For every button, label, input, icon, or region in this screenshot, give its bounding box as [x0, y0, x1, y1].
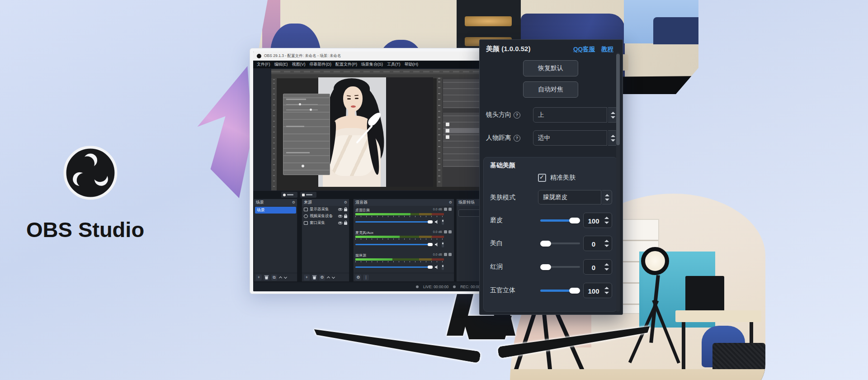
art-shape: [355, 98, 359, 99]
slider-handle[interactable]: [569, 218, 580, 223]
slider-track[interactable]: [550, 242, 580, 244]
balance-control[interactable]: [442, 219, 444, 225]
sources-dock: 来源 ⚙ 显示器采集 视频采集设备: [302, 199, 349, 282]
lens-direction-select[interactable]: 上: [533, 107, 607, 123]
settings-icon[interactable]: [448, 230, 452, 233]
volume-track[interactable]: [355, 266, 432, 268]
menu-file[interactable]: 文件(F): [257, 62, 270, 67]
tutorial-link[interactable]: 教程: [601, 45, 613, 53]
help-icon[interactable]: ?: [514, 135, 520, 142]
menu-view[interactable]: 视图(V): [292, 62, 306, 67]
mute-icon[interactable]: [444, 230, 447, 233]
gear-icon[interactable]: ⚙: [449, 200, 452, 204]
gear-icon[interactable]: ⚙: [344, 200, 347, 204]
scene-item-selected[interactable]: 场景: [255, 207, 296, 214]
whitening-slider[interactable]: [540, 240, 580, 247]
lock-icon[interactable]: [344, 215, 347, 218]
remove-source-button[interactable]: [311, 275, 317, 280]
value-stepper[interactable]: [604, 236, 610, 252]
mixer-channels: 桌面音频 0.0 dB 麦克风/Aux: [354, 206, 454, 273]
chevron-down-icon: [611, 116, 615, 119]
subject-distance-label: 人物距离 ?: [486, 130, 520, 146]
balance-control[interactable]: [442, 242, 444, 247]
speaker-icon[interactable]: [435, 265, 439, 269]
volume-slider[interactable]: [355, 265, 444, 269]
move-up-button[interactable]: [279, 276, 282, 279]
move-down-button[interactable]: [332, 276, 335, 279]
scenes-dock-header: 场景 ⚙: [254, 199, 297, 206]
chevron-up-icon: [604, 240, 609, 242]
mute-icon[interactable]: [444, 208, 447, 211]
speaker-icon[interactable]: [435, 220, 439, 224]
mute-icon[interactable]: [444, 253, 447, 256]
skin-mode-select[interactable]: 朦胧磨皮: [538, 190, 601, 204]
lock-icon[interactable]: [344, 222, 347, 225]
source-item[interactable]: 显示器采集: [302, 206, 349, 213]
visibility-eye-icon[interactable]: [338, 208, 342, 211]
meter-ticks: [355, 216, 444, 217]
panel-scrollbar: [616, 52, 620, 312]
subject-distance-select[interactable]: 适中: [533, 130, 607, 146]
smooth-skin-slider[interactable]: [540, 217, 580, 223]
menu-edit[interactable]: 编辑(E): [274, 62, 288, 67]
visibility-eye-icon[interactable]: [338, 215, 342, 218]
precise-skin-checkbox[interactable]: [538, 174, 546, 182]
face-contour-slider[interactable]: [540, 287, 580, 294]
slider-track[interactable]: [550, 266, 580, 268]
scenes-list: 场景: [254, 206, 297, 273]
volume-handle[interactable]: [428, 220, 433, 223]
value-stepper[interactable]: [604, 283, 610, 299]
slider-handle[interactable]: [540, 264, 551, 270]
value-stepper[interactable]: [604, 260, 610, 275]
gear-icon[interactable]: ⚙: [292, 200, 295, 204]
volume-handle[interactable]: [428, 243, 433, 246]
menu-help[interactable]: 帮助(H): [405, 62, 419, 67]
mixer-menu-button[interactable]: ⋮: [363, 275, 369, 280]
slider-handle[interactable]: [569, 288, 580, 294]
volume-slider[interactable]: [355, 219, 444, 224]
value-stepper[interactable]: [604, 213, 610, 228]
source-properties-button[interactable]: ⚙: [319, 275, 325, 280]
source-item[interactable]: 窗口采集: [302, 219, 349, 226]
volume-track[interactable]: [355, 244, 432, 245]
select-stepper[interactable]: [602, 190, 612, 204]
scrollbar-thumb[interactable]: [616, 54, 620, 145]
chevron-up-icon: [604, 287, 609, 289]
volume-track[interactable]: [355, 221, 432, 223]
lock-icon[interactable]: [344, 209, 347, 211]
menu-scene-collection[interactable]: 场景集合(S): [361, 62, 383, 67]
qq-support-link[interactable]: QQ客服: [573, 45, 595, 53]
move-up-button[interactable]: [327, 276, 330, 279]
balance-control[interactable]: [442, 264, 444, 270]
add-scene-button[interactable]: +: [256, 275, 262, 280]
scenes-dock-title: 场景: [256, 200, 264, 205]
plugin-chip-2[interactable]: [300, 192, 316, 198]
remove-scene-button[interactable]: [264, 275, 269, 280]
volume-handle[interactable]: [428, 266, 433, 269]
mixer-config-button[interactable]: ⚙: [355, 275, 361, 280]
label-bar: [306, 194, 312, 195]
label-text: 美肤模式: [490, 194, 515, 202]
menu-profile[interactable]: 配置文件(P): [335, 62, 357, 67]
speaker-icon[interactable]: [435, 242, 439, 247]
source-item[interactable]: 视频采集设备: [302, 213, 349, 219]
duplicate-scene-button[interactable]: ⧉: [271, 275, 277, 280]
settings-icon[interactable]: [448, 208, 452, 211]
volume-slider[interactable]: [355, 242, 444, 247]
art-shape: [437, 77, 442, 187]
rosy-slider[interactable]: [540, 264, 580, 270]
settings-icon[interactable]: [448, 253, 452, 256]
move-down-button[interactable]: [284, 276, 287, 279]
lens-direction-row: 镜头方向 ? 上: [480, 107, 623, 123]
add-source-button[interactable]: +: [304, 275, 310, 280]
smooth-skin-label: 磨皮: [490, 213, 503, 228]
group-title: 基础美颜: [490, 162, 515, 170]
restore-defaults-button[interactable]: 恢复默认: [523, 60, 578, 76]
plugin-chip-1[interactable]: [281, 192, 297, 198]
menu-docks[interactable]: 停靠部件(D): [310, 62, 332, 67]
help-icon[interactable]: ?: [514, 112, 520, 119]
menu-tools[interactable]: 工具(T): [387, 62, 401, 67]
visibility-eye-icon[interactable]: [338, 222, 342, 224]
auto-focus-button[interactable]: 自动对焦: [523, 81, 578, 98]
slider-handle[interactable]: [540, 241, 551, 247]
